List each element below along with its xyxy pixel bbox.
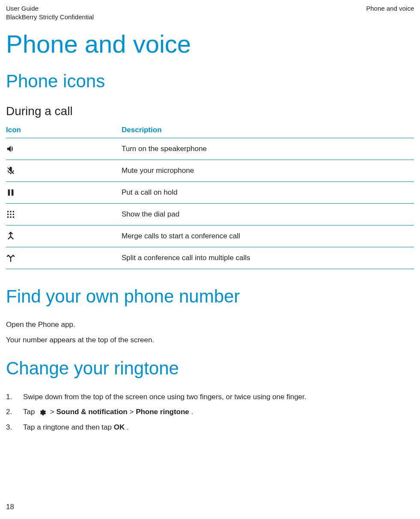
step-2-suffix: . xyxy=(191,408,194,416)
step-2-bold1: Sound & notification xyxy=(57,408,128,416)
table-row: Mute your microphone xyxy=(6,160,414,182)
svg-point-7 xyxy=(13,214,15,215)
step-2-bold2: Phone ringtone xyxy=(136,408,189,416)
section-find-number: Find your own phone number xyxy=(6,286,414,307)
section-phone-icons: Phone icons xyxy=(6,71,414,92)
table-cell-desc: Split a conference call into multiple ca… xyxy=(122,247,414,269)
svg-point-6 xyxy=(10,214,12,215)
step-3-prefix: Tap a ringtone and then tap xyxy=(23,423,114,431)
step-2-mid2: > xyxy=(129,408,136,416)
table-cell-desc: Mute your microphone xyxy=(122,160,414,182)
header-right: Phone and voice xyxy=(366,4,414,21)
step-2-mid1: > xyxy=(50,408,57,416)
table-row: Show the dial pad xyxy=(6,204,414,225)
svg-point-4 xyxy=(13,211,15,213)
svg-point-2 xyxy=(7,211,9,213)
split-icon xyxy=(6,247,122,269)
table-row: Split a conference call into multiple ca… xyxy=(6,247,414,269)
dialpad-icon xyxy=(6,204,122,225)
header-left-line2: BlackBerry Strictly Confidential xyxy=(6,13,94,21)
subsection-during-call: During a call xyxy=(6,104,414,118)
table-row: Turn on the speakerphone xyxy=(6,138,414,160)
svg-point-3 xyxy=(10,211,12,213)
table-header-icon: Icon xyxy=(6,122,122,138)
step-3-bold: OK xyxy=(114,423,125,431)
gear-icon xyxy=(39,409,46,416)
step-1-text: Swipe down from the top of the screen on… xyxy=(23,393,306,401)
find-number-p1: Open the Phone app. xyxy=(6,320,414,330)
icon-table: Icon Description Turn on the speakerphon… xyxy=(6,122,414,269)
table-row: Merge calls to start a conference call xyxy=(6,225,414,247)
step-3-suffix: . xyxy=(127,423,129,431)
step-1: Swipe down from the top of the screen on… xyxy=(6,391,414,403)
svg-point-9 xyxy=(10,216,12,218)
svg-point-10 xyxy=(13,216,15,218)
speaker-icon xyxy=(6,138,122,160)
find-number-p2: Your number appears at the top of the sc… xyxy=(6,335,414,345)
step-2-prefix: Tap xyxy=(23,408,37,416)
svg-rect-1 xyxy=(12,190,14,196)
table-cell-desc: Merge calls to start a conference call xyxy=(122,225,414,247)
header-left-line1: User Guide xyxy=(6,4,94,13)
table-cell-desc: Turn on the speakerphone xyxy=(122,138,414,160)
header-right-line1: Phone and voice xyxy=(366,4,414,13)
header-left: User Guide BlackBerry Strictly Confident… xyxy=(6,4,94,21)
svg-point-5 xyxy=(7,214,9,215)
step-3: Tap a ringtone and then tap OK . xyxy=(6,422,414,433)
page-title: Phone and voice xyxy=(6,30,414,58)
section-change-ringtone: Change your ringtone xyxy=(6,358,414,379)
table-row: Put a call on hold xyxy=(6,182,414,204)
page-header: User Guide BlackBerry Strictly Confident… xyxy=(6,4,414,21)
step-2: Tap > Sound & notification > Phone ringt… xyxy=(6,406,414,418)
svg-point-8 xyxy=(7,216,9,218)
table-cell-desc: Put a call on hold xyxy=(122,182,414,204)
table-cell-desc: Show the dial pad xyxy=(122,204,414,225)
page-number: 18 xyxy=(6,503,14,511)
hold-icon xyxy=(6,182,122,204)
table-header-desc: Description xyxy=(122,122,414,138)
merge-icon xyxy=(6,225,122,247)
svg-rect-0 xyxy=(8,190,10,196)
mute-icon xyxy=(6,160,122,182)
steps-list: Swipe down from the top of the screen on… xyxy=(6,391,414,433)
